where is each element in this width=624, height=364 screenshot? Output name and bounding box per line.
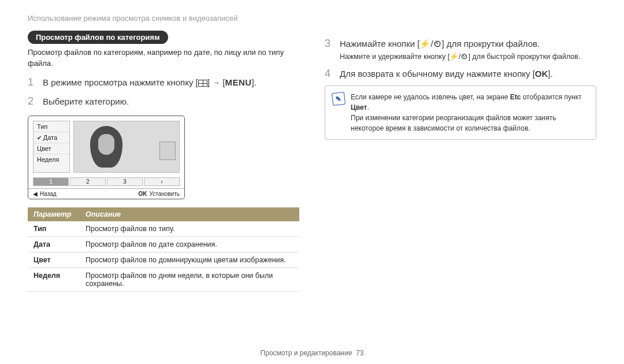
camera-back-label: Назад xyxy=(40,191,57,197)
camera-menu-item: Цвет xyxy=(34,143,69,154)
step-2-number: 2 xyxy=(28,95,37,107)
param-desc: Просмотр файлов по доминирующим цветам и… xyxy=(80,252,299,268)
camera-ok-icon: OK xyxy=(139,191,147,197)
param-name: Неделя xyxy=(28,268,80,291)
photo-thumbnail xyxy=(159,142,176,160)
parameters-table: Параметр Описание ТипПросмотр файлов по … xyxy=(28,207,299,292)
step-2-text: Выберите категорию. xyxy=(43,96,129,106)
menu-label: MENU xyxy=(225,77,251,87)
self-timer-icon: ⏲ xyxy=(433,39,442,49)
step-1-number: 1 xyxy=(28,76,37,88)
camera-pager-cell: 2 xyxy=(70,177,106,186)
param-name: Тип xyxy=(28,221,80,237)
self-timer-icon: ⏲ xyxy=(461,53,469,61)
step-3-sub-post: ] для быстрой прокрутки файлов. xyxy=(469,53,581,61)
footer-page-number: 73 xyxy=(356,349,363,357)
page-footer: Просмотр и редактирование 73 xyxy=(28,349,596,357)
triangle-left-icon: ◀ xyxy=(33,191,38,197)
note-icon: ✎ xyxy=(332,92,346,106)
left-column: Просмотр файлов по категориям Просмотр ф… xyxy=(28,31,299,347)
param-desc: Просмотр файлов по дням недели, в которы… xyxy=(80,268,299,291)
param-desc: Просмотр файлов по типу. xyxy=(80,221,299,237)
footer-section: Просмотр и редактирование xyxy=(261,349,352,357)
camera-menu-item: Дата xyxy=(34,132,69,143)
step-3: 3 Нажимайте кнопки [⚡/⏲] для прокрутки ф… xyxy=(325,38,596,50)
camera-pager-cell: 1 xyxy=(33,177,69,186)
section-pill: Просмотр файлов по категориям xyxy=(28,31,168,44)
step-4-text: Для возврата к обычному виду нажмите кно… xyxy=(340,69,553,79)
right-column: 3 Нажимайте кнопки [⚡/⏲] для прокрутки ф… xyxy=(325,31,596,347)
camera-menu-item: Неделя xyxy=(34,154,69,165)
camera-photo-preview xyxy=(73,121,180,173)
table-row: ТипПросмотр файлов по типу. xyxy=(28,221,299,237)
table-row: ДатаПросмотр файлов по дате сохранения. xyxy=(28,236,299,252)
step-1: 1 В режиме просмотра нажмите кнопку [] →… xyxy=(28,76,299,88)
ok-icon: OK xyxy=(535,69,548,79)
face-silhouette-icon xyxy=(90,126,122,168)
step-4-pre: Для возврата к обычному виду нажмите кно… xyxy=(340,69,535,79)
camera-set-label: Установить xyxy=(150,191,180,197)
flash-icon: ⚡ xyxy=(450,53,459,61)
camera-menu-item: Тип xyxy=(34,121,69,132)
step-1-post: ]. xyxy=(252,77,257,87)
note-text: Если камере не удалось извлечь цвет, на … xyxy=(351,92,589,133)
step-3-text: Нажимайте кнопки [⚡/⏲] для прокрутки фай… xyxy=(340,39,540,49)
table-row: НеделяПросмотр файлов по дням недели, в … xyxy=(28,268,299,291)
step-2: 2 Выберите категорию. xyxy=(28,95,299,107)
camera-pager-cell: › xyxy=(144,177,180,186)
thumbnail-grid-icon xyxy=(198,80,207,87)
step-1-pre: В режиме просмотра нажмите кнопку [ xyxy=(43,77,198,87)
camera-pager: 123› xyxy=(33,177,180,186)
camera-footer: ◀ Назад OK Установить xyxy=(28,188,184,199)
table-row: ЦветПросмотр файлов по доминирующим цвет… xyxy=(28,252,299,268)
camera-category-menu: ТипДатаЦветНеделя xyxy=(33,121,70,173)
step-3-number: 3 xyxy=(325,38,334,50)
breadcrumb: Использование режима просмотра снимков и… xyxy=(28,14,596,23)
intro-text: Просмотр файлов по категориям, например … xyxy=(28,47,299,69)
step-4-post: ]. xyxy=(548,69,552,79)
arrow-icon: → xyxy=(212,78,220,87)
param-name: Цвет xyxy=(28,252,80,268)
param-name: Дата xyxy=(28,236,80,252)
step-3-post: ] для прокрутки файлов. xyxy=(442,39,540,49)
camera-pager-cell: 3 xyxy=(107,177,143,186)
step-1-text: В режиме просмотра нажмите кнопку [] → [… xyxy=(43,77,257,87)
camera-screen-mock: ТипДатаЦветНеделя 123› ◀ Назад OK Устано… xyxy=(28,116,185,199)
th-param: Параметр xyxy=(28,207,80,221)
note-box: ✎ Если камере не удалось извлечь цвет, н… xyxy=(325,86,596,140)
flash-icon: ⚡ xyxy=(419,39,430,49)
param-desc: Просмотр файлов по дате сохранения. xyxy=(80,236,299,252)
step-4: 4 Для возврата к обычному виду нажмите к… xyxy=(325,68,596,80)
step-4-number: 4 xyxy=(325,68,334,80)
th-desc: Описание xyxy=(80,207,299,221)
step-3-pre: Нажимайте кнопки [ xyxy=(340,39,419,49)
step-3-sub-pre: Нажмите и удерживайте кнопку [ xyxy=(340,53,450,61)
step-3-sub: Нажмите и удерживайте кнопку [⚡/⏲] для б… xyxy=(340,52,596,61)
